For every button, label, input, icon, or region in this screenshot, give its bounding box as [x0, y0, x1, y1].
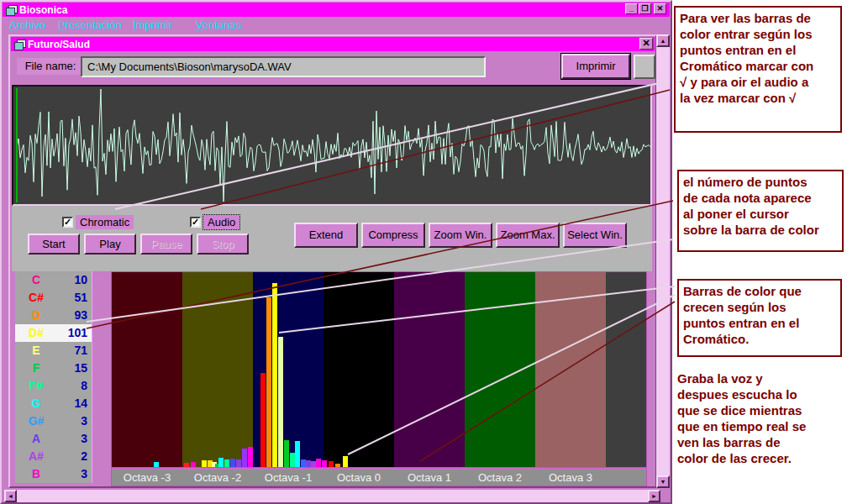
note-row-e[interactable]: E71: [15, 342, 92, 360]
audio-checkbox[interactable]: ✓: [190, 217, 201, 228]
octave-band-5: [465, 272, 535, 467]
note-count: 15: [54, 360, 87, 377]
note-row-b[interactable]: B3: [15, 465, 92, 483]
note-bar[interactable]: [230, 459, 235, 467]
note-bar[interactable]: [295, 441, 300, 467]
waveform-plot: [13, 87, 650, 204]
octave-band-1: [182, 272, 253, 467]
octave-label: Octava 0: [324, 470, 394, 486]
octave-label: Octava -3: [112, 470, 182, 486]
octave-label: Octava 2: [465, 470, 535, 486]
imprimir-button[interactable]: Imprimir: [561, 54, 630, 79]
menu-item-presentacin[interactable]: Presentación: [58, 18, 122, 31]
zoom-win-button[interactable]: Zoom Win.: [429, 223, 492, 248]
annotation-note-4: Graba la voz y despues escucha lo que se…: [677, 370, 845, 466]
note-bar[interactable]: [329, 461, 334, 467]
octave-label: Octava 3: [535, 470, 606, 486]
annotation-box-2: el número de puntos de cada nota aparece…: [677, 170, 844, 252]
menu-item-ventanas[interactable]: Ventanas: [196, 18, 241, 31]
note-bar[interactable]: [154, 462, 159, 467]
note-bar[interactable]: [316, 459, 321, 467]
note-row-cs[interactable]: C#51: [15, 289, 92, 307]
note-label: B: [20, 465, 52, 483]
note-count: 71: [54, 342, 87, 360]
note-bar[interactable]: [184, 463, 189, 467]
note-bar[interactable]: [191, 462, 196, 467]
octave-band-right: [606, 272, 646, 467]
note-bar[interactable]: [343, 456, 348, 467]
note-bar[interactable]: [335, 464, 340, 467]
note-label: G#: [20, 412, 52, 430]
note-count: 10: [54, 271, 87, 289]
note-bar[interactable]: [248, 447, 253, 467]
start-button[interactable]: Start: [28, 234, 80, 255]
compress-button[interactable]: Compress: [361, 223, 425, 248]
octave-label-strip: Octava -3Octava -2Octava -1Octava 0Octav…: [111, 468, 647, 486]
file-name-label: File name:: [17, 58, 84, 75]
annotation-box-1: Para ver las barras de color entrar segú…: [674, 6, 842, 133]
note-bar[interactable]: [224, 459, 229, 467]
note-label: D#: [20, 324, 52, 342]
chromatic-checkbox-label[interactable]: Chromatic: [76, 215, 134, 229]
note-bar[interactable]: [242, 449, 247, 467]
mdi-client-area: Futuro/Salud ✕ File name: C:\My Document…: [3, 33, 670, 502]
select-win-button[interactable]: Select Win.: [563, 223, 627, 248]
note-row-c[interactable]: C10: [15, 271, 92, 289]
note-row-fs[interactable]: F#8: [15, 377, 92, 395]
note-count: 51: [54, 289, 87, 307]
zoom-max-button[interactable]: Zoom Max.: [496, 223, 560, 248]
octave-band-6: [535, 272, 606, 467]
note-bar[interactable]: [266, 297, 271, 467]
note-count: 101: [54, 324, 87, 342]
scroll-right-icon[interactable]: ►: [648, 490, 660, 502]
note-bar[interactable]: [278, 337, 283, 467]
window-titlebar: Biosonica: [3, 3, 670, 17]
note-row-g[interactable]: G14: [15, 395, 92, 412]
note-count: 14: [54, 395, 87, 412]
note-count: 93: [54, 307, 87, 324]
stop-button[interactable]: Stop: [197, 234, 249, 255]
note-row-d[interactable]: D93: [15, 307, 92, 324]
note-count: 3: [54, 465, 87, 483]
minimize-button[interactable]: _: [625, 3, 638, 14]
horizontal-scrollbar[interactable]: ◄ ►: [4, 490, 660, 502]
note-row-f[interactable]: F15: [15, 360, 92, 377]
pause-button[interactable]: Pause: [140, 234, 192, 255]
note-label: C#: [20, 289, 52, 307]
note-row-a[interactable]: A3: [15, 430, 92, 448]
note-bar[interactable]: [284, 440, 289, 467]
chromatic-checkbox[interactable]: ✓: [62, 217, 73, 228]
scrollbar-corner: [660, 490, 670, 502]
note-row-gs[interactable]: G#3: [15, 412, 92, 430]
note-bar[interactable]: [260, 373, 266, 467]
note-row-as[interactable]: A#2: [15, 448, 92, 465]
note-bar[interactable]: [236, 459, 241, 467]
waveform-display[interactable]: [12, 85, 652, 206]
octave-bar-chart: [111, 271, 647, 468]
close-button[interactable]: ✕: [654, 3, 666, 14]
menu-item-archivo[interactable]: Archivo: [9, 18, 45, 31]
menu-bar: ArchivoPresentaciónImprimirVentanas: [3, 17, 670, 33]
note-label: F: [20, 360, 52, 377]
note-count: 2: [54, 448, 87, 465]
note-bar[interactable]: [272, 283, 277, 467]
file-name-field[interactable]: C:\My Documents\Bioson\marysoDA.WAV: [81, 56, 486, 77]
menu-item-imprimir[interactable]: Imprimir: [133, 18, 172, 31]
note-label: G: [20, 395, 52, 412]
note-bar[interactable]: [322, 460, 327, 467]
note-label: A#: [20, 448, 52, 465]
vertical-scrollbar[interactable]: ▲ ▼: [656, 34, 670, 488]
note-label: A: [20, 430, 52, 448]
note-bar[interactable]: [218, 458, 224, 467]
extend-button[interactable]: Extend: [294, 223, 358, 248]
audio-checkbox-label[interactable]: Audio: [203, 215, 239, 229]
annotation-box-3: Barras de color que crecen según los pun…: [677, 279, 842, 357]
restore-button[interactable]: ❐: [639, 3, 651, 14]
play-button[interactable]: Play: [84, 234, 136, 255]
scroll-down-icon[interactable]: ▼: [656, 475, 670, 488]
note-bar[interactable]: [202, 460, 207, 467]
child-close-icon[interactable]: ✕: [639, 38, 653, 50]
note-row-ds[interactable]: D#101: [15, 324, 92, 342]
scroll-up-icon[interactable]: ▲: [656, 34, 670, 47]
scroll-left-icon[interactable]: ◄: [4, 490, 17, 502]
